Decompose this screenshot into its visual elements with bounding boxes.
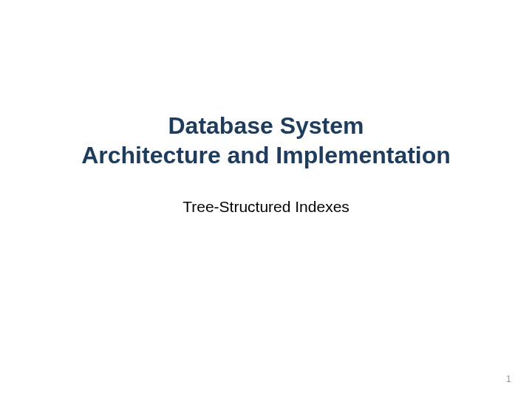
- title-line-1: Database System: [168, 112, 364, 139]
- slide-title: Database System Architecture and Impleme…: [0, 111, 532, 170]
- slide-subtitle: Tree-Structured Indexes: [0, 198, 532, 216]
- page-number: 1: [506, 373, 511, 384]
- title-line-2: Architecture and Implementation: [81, 142, 451, 168]
- slide-container: Database System Architecture and Impleme…: [0, 0, 532, 399]
